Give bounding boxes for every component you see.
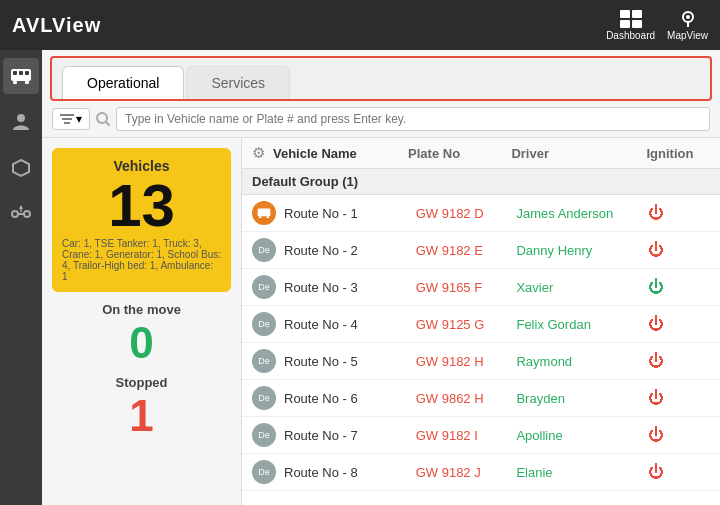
mapview-button[interactable]: MapView [667, 10, 708, 41]
vehicles-count: 13 [62, 176, 221, 236]
row-vehicle-icon: De [252, 349, 276, 373]
tab-services[interactable]: Services [186, 66, 290, 99]
row-vehicle-icon: De [252, 238, 276, 262]
svg-rect-2 [620, 20, 630, 28]
table-row[interactable]: DeRoute No - 5GW 9182 HRaymond⏻ [242, 343, 720, 380]
dashboard-label: Dashboard [606, 30, 655, 41]
row-vehicle-name: Route No - 4 [284, 317, 408, 332]
content-area: Operational Services ▾ [42, 50, 720, 505]
table-row[interactable]: DeRoute No - 8GW 9182 JElanie⏻ [242, 454, 720, 491]
stopped-value: 1 [52, 394, 231, 438]
sidebar-icon-person[interactable] [3, 104, 39, 140]
left-panel: Vehicles 13 Car: 1, TSE Tanker: 1, Truck… [42, 138, 242, 505]
on-the-move-card: On the move 0 [52, 302, 231, 365]
row-plate: GW 9182 D [416, 206, 509, 221]
row-driver: Brayden [516, 391, 640, 406]
table-row[interactable]: DeRoute No - 7GW 9182 IApolline⏻ [242, 417, 720, 454]
col-plate: Plate No [408, 146, 503, 161]
sidebar-icon-route[interactable] [3, 196, 39, 232]
row-ignition-icon: ⏻ [648, 278, 710, 296]
svg-rect-3 [632, 20, 642, 28]
tabs-bar: Operational Services [50, 56, 712, 101]
svg-point-23 [97, 113, 107, 123]
row-vehicle-icon: De [252, 423, 276, 447]
filter-arrow: ▾ [76, 112, 82, 126]
topbar: AVLView Dashboard MapView [0, 0, 720, 50]
svg-marker-14 [13, 160, 29, 176]
table-row[interactable]: DeRoute No - 3GW 9165 FXavier⏻ [242, 269, 720, 306]
vehicles-card: Vehicles 13 Car: 1, TSE Tanker: 1, Truck… [52, 148, 231, 292]
main-container: Operational Services ▾ [0, 50, 720, 505]
group-header: Default Group (1) [242, 169, 720, 195]
table-row[interactable]: DeRoute No - 2GW 9182 EDanny Henry⏻ [242, 232, 720, 269]
stopped-card: Stopped 1 [52, 375, 231, 438]
gear-icon[interactable]: ⚙ [252, 144, 265, 162]
row-plate: GW 9182 J [416, 465, 509, 480]
row-vehicle-name: Route No - 8 [284, 465, 408, 480]
dashboard-button[interactable]: Dashboard [606, 10, 655, 41]
svg-rect-26 [259, 216, 262, 218]
svg-rect-12 [25, 71, 29, 75]
vehicles-details: Car: 1, TSE Tanker: 1, Truck: 3, Crane: … [62, 238, 221, 282]
svg-rect-8 [13, 81, 17, 84]
app-title: AVLView [12, 14, 101, 37]
svg-line-24 [106, 122, 110, 126]
row-ignition-icon: ⏻ [648, 315, 710, 333]
svg-point-16 [24, 211, 30, 217]
on-the-move-label: On the move [52, 302, 231, 317]
svg-rect-9 [25, 81, 29, 84]
row-ignition-icon: ⏻ [648, 241, 710, 259]
tab-operational[interactable]: Operational [62, 66, 184, 99]
row-driver: Felix Gordan [516, 317, 640, 332]
col-driver: Driver [511, 146, 638, 161]
row-ignition-icon: ⏻ [648, 204, 710, 222]
search-input[interactable] [116, 107, 710, 131]
row-driver: Danny Henry [516, 243, 640, 258]
row-plate: GW 9165 F [416, 280, 509, 295]
filter-button[interactable]: ▾ [52, 108, 90, 130]
row-plate: GW 9125 G [416, 317, 509, 332]
svg-rect-0 [620, 10, 630, 18]
col-vehicle-name: Vehicle Name [273, 146, 400, 161]
mapview-label: MapView [667, 30, 708, 41]
row-vehicle-icon: De [252, 386, 276, 410]
stopped-label: Stopped [52, 375, 231, 390]
row-plate: GW 9182 I [416, 428, 509, 443]
table-row[interactable]: DeRoute No - 4GW 9125 GFelix Gordan⏻ [242, 306, 720, 343]
row-ignition-icon: ⏻ [648, 426, 710, 444]
row-vehicle-name: Route No - 5 [284, 354, 408, 369]
right-panel: ⚙ Vehicle Name Plate No Driver Ignition … [242, 138, 720, 505]
col-ignition: Ignition [646, 146, 710, 161]
row-vehicle-name: Route No - 2 [284, 243, 408, 258]
table-row[interactable]: Route No - 1GW 9182 DJames Anderson⏻ [242, 195, 720, 232]
svg-rect-10 [13, 71, 17, 75]
svg-rect-27 [267, 216, 270, 218]
svg-rect-25 [258, 209, 271, 217]
row-vehicle-name: Route No - 3 [284, 280, 408, 295]
svg-marker-19 [19, 205, 23, 209]
table-row[interactable]: DeRoute No - 6GW 9862 HBrayden⏻ [242, 380, 720, 417]
row-vehicle-icon: De [252, 460, 276, 484]
row-ignition-icon: ⏻ [648, 352, 710, 370]
row-vehicle-icon: De [252, 275, 276, 299]
sidebar-icon-hexagon[interactable] [3, 150, 39, 186]
row-plate: GW 9182 E [416, 243, 509, 258]
svg-point-15 [12, 211, 18, 217]
svg-rect-11 [19, 71, 23, 75]
row-plate: GW 9862 H [416, 391, 509, 406]
body-area: Vehicles 13 Car: 1, TSE Tanker: 1, Truck… [42, 138, 720, 505]
row-vehicle-icon: De [252, 312, 276, 336]
sidebar [0, 50, 42, 505]
search-bar: ▾ [42, 101, 720, 138]
row-plate: GW 9182 H [416, 354, 509, 369]
row-vehicle-name: Route No - 7 [284, 428, 408, 443]
svg-point-13 [17, 114, 25, 122]
row-vehicle-name: Route No - 6 [284, 391, 408, 406]
table-rows: Route No - 1GW 9182 DJames Anderson⏻DeRo… [242, 195, 720, 491]
row-driver: Elanie [516, 465, 640, 480]
table-header: ⚙ Vehicle Name Plate No Driver Ignition [242, 138, 720, 169]
row-driver: James Anderson [516, 206, 640, 221]
sidebar-icon-bus[interactable] [3, 58, 39, 94]
topbar-icons: Dashboard MapView [606, 10, 708, 41]
row-driver: Raymond [516, 354, 640, 369]
